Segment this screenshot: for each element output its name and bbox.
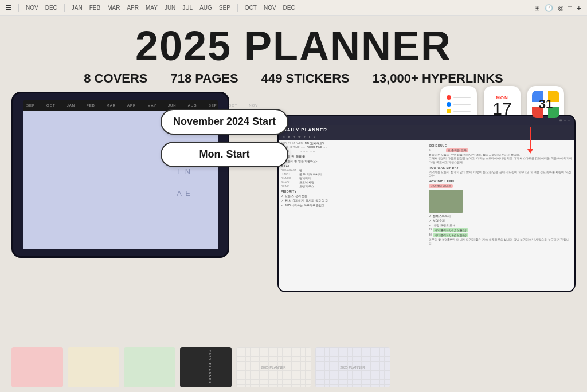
how-item-2: ✓ 부엌 수리 [429, 219, 572, 222]
note-highlight-1: 인너뷰티 아내트 [429, 184, 453, 188]
month-nov2[interactable]: NOV [264, 5, 276, 11]
snack2-row: DRINK 오렌지 주스 [281, 185, 424, 188]
note-3-row: 30 라이블리드 (내것 오늘도) [429, 233, 572, 237]
sleep-label: SLEEP TIME: ○:○ [307, 146, 328, 149]
title-section: 2025 PLANNER 8 COVERS 718 PAGES 449 STIC… [84, 16, 503, 86]
month-jul[interactable]: JUL [182, 5, 193, 11]
month-jan[interactable]: JAN [72, 5, 83, 11]
cover-light-green[interactable] [124, 347, 175, 387]
divider [64, 4, 65, 12]
main-title: 2025 PLANNER [84, 25, 503, 66]
priority-text-2: 한 스 요리하기 - 레시피 참고 및 고 [285, 199, 328, 202]
month-mar[interactable]: MAR [107, 5, 120, 11]
cover-grid2[interactable]: 2025 PLANNER [315, 347, 390, 387]
cover-cream[interactable] [68, 347, 119, 387]
cal-sat: S [314, 136, 315, 139]
square-icon[interactable]: □ [568, 4, 572, 12]
mood-value: MD (감사해요S) [305, 142, 324, 145]
tab-label-aug: AUG [188, 104, 197, 107]
priority-2: ✓ 한 스 요리하기 - 레시피 참고 및 고 [281, 199, 424, 202]
priority-3: ✓ 2025 시작하는 하루하루 즐겁고 [281, 203, 424, 207]
right-section: November 2024 Start Mon. Start [241, 92, 576, 343]
dinner-label: DINNER [281, 177, 297, 180]
schedule-time: 9: [429, 149, 445, 152]
month-apr[interactable]: APR [127, 5, 139, 11]
image-placeholder [429, 190, 463, 213]
menu-bar-left: ☰ NOV DEC JAN FEB MAR APR MAY JUN JUL AU… [6, 4, 527, 12]
snack-val: 코코낫 사탕 [299, 181, 314, 184]
covers-count: 8 COVERS [84, 71, 147, 86]
note-1-row: 인너뷰티 아내트 [429, 184, 572, 188]
reminder-row-2 [447, 102, 471, 107]
pill-buttons: November 2024 Start Mon. Start [161, 109, 288, 167]
check-icon: ✓ [281, 203, 283, 207]
month-oct[interactable]: OCT [245, 5, 257, 11]
plus-icon[interactable]: + [577, 3, 581, 13]
reminder-line [453, 111, 471, 112]
how-text-2: 부엌 수리 [433, 219, 445, 222]
tab-label-feb: FEB [87, 104, 95, 107]
grid-icon[interactable]: ⊞ [534, 4, 540, 12]
menu-bar: ☰ NOV DEC JAN FEB MAR APR MAY JUN JUL AU… [0, 0, 587, 16]
control-icon-2[interactable]: ○ [564, 119, 566, 122]
month-dec2[interactable]: DEC [283, 5, 295, 11]
hamburger-icon[interactable]: ☰ [6, 4, 11, 11]
schedule-highlight: 오 출퇴근 교육 [446, 148, 468, 152]
priority-text-1: 오늘 스 정리 정돈 [285, 195, 307, 198]
snack-row: SNACK 코코낫 사탕 [281, 181, 424, 184]
snack2-val: 오렌지 주스 [299, 185, 314, 188]
check-icon: ✓ [429, 219, 431, 222]
reminder-line [453, 97, 471, 98]
tablet-right: JAN ⊞ ○ □ DAILY PLANNER S M [277, 115, 576, 292]
control-icon-1[interactable]: ⊞ [559, 119, 562, 122]
main-content: 2025 PLANNER 8 COVERS 718 PAGES 449 STIC… [0, 16, 587, 392]
check-icon: ✓ [429, 224, 431, 227]
section-todo: 오늘의 한 목표를 [281, 155, 424, 158]
daily-planner-title: DAILY PLANNER [283, 127, 327, 132]
priority-1: ✓ 오늘 스 정리 정돈 [281, 194, 424, 198]
month-feb[interactable]: FEB [89, 5, 100, 11]
monday-start-button[interactable]: Mon. Start [161, 142, 288, 167]
month-jun[interactable]: JUN [165, 5, 175, 11]
cal-thu: T [304, 136, 305, 139]
cover-dark[interactable]: 2025 PLANNER [180, 347, 232, 387]
schedule-text-block: 화요미는 오늘의 주변 짐을 위해서 인생의, 셀의 사람이 되겠다고 생각해.… [429, 154, 572, 164]
note-num: 29 [429, 228, 432, 232]
cover-pink[interactable] [11, 347, 63, 387]
hyperlinks-count: 13,000+ HYPERLINKS [373, 71, 503, 86]
mood-icons: ☺ ☺ ☺ ☺ ☺ [299, 150, 315, 153]
dinner-val: 달게먹기 [299, 177, 311, 180]
pages-count: 718 PAGES [170, 71, 238, 86]
tab-label-jan: JAN [67, 104, 75, 107]
control-icon-3[interactable]: □ [568, 119, 570, 122]
reminder-dot-blue [447, 102, 451, 107]
breakfast-label: BREAKFAST [281, 169, 297, 172]
reminder-dot-yellow [447, 109, 451, 113]
covers-row: 2025 PLANNER 2025 PLANNER 2025 PLANNER [0, 343, 587, 392]
november-start-button[interactable]: November 2024 Start [161, 109, 288, 135]
cover-grid1[interactable]: 2025 PLANNER [236, 347, 311, 387]
how-text-1: 행복 스마하기 [433, 215, 451, 218]
tablet-controls: ⊞ ○ □ [559, 119, 570, 122]
reminder-row-1 [447, 95, 471, 100]
snack-label: SNACK [281, 181, 297, 184]
clock-icon[interactable]: 🕐 [545, 4, 553, 12]
circle-icon[interactable]: ◎ [558, 4, 563, 12]
month-may[interactable]: MAY [146, 5, 158, 11]
divider [237, 4, 238, 12]
how-section-title: HOW WAS MY DAY [429, 166, 572, 170]
month-aug[interactable]: AUG [199, 5, 212, 11]
grid2-label: 2025 PLANNER [340, 366, 365, 369]
snack2-label: DRINK [281, 185, 297, 188]
bottom-text: 마무리 할 분이 5분만 더 내서 다인이 좋은 거야. 하루하루의 실내더 그… [429, 238, 572, 246]
reminders-content [442, 91, 475, 118]
month-nov[interactable]: NOV [26, 5, 38, 11]
month-sep[interactable]: SEP [219, 5, 230, 11]
stickers-count: 449 STICKERS [261, 71, 350, 86]
month-dec[interactable]: DEC [45, 5, 57, 11]
tab-label-mar: MAR [107, 104, 116, 107]
lunch-label: LUNCH [281, 173, 297, 176]
daily-right-col: SCHEDULE 9: 오 출퇴근 교육 화요미는 오늘의 주변 짐을 위해서 … [426, 140, 574, 291]
breakfast-val: 빵 [299, 169, 302, 172]
dinner-row: DINNER 달게먹기 [281, 177, 424, 180]
